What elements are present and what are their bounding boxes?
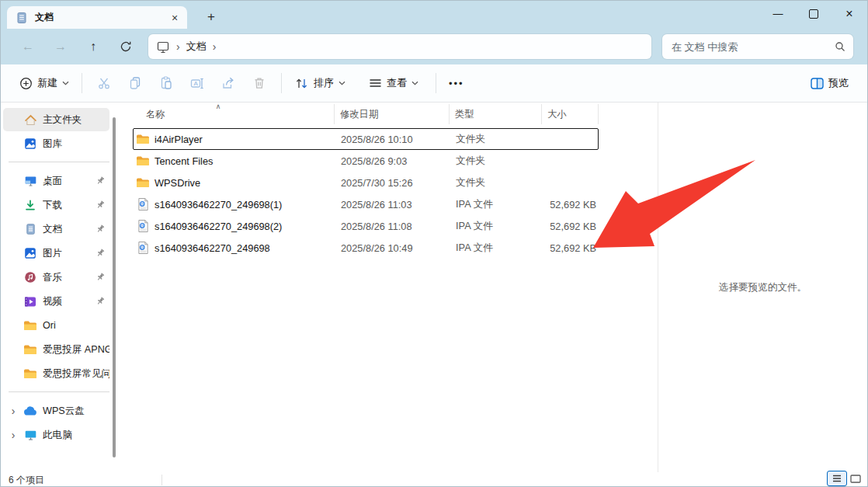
toolbar-divider (436, 73, 436, 93)
trash-icon (252, 75, 267, 91)
sidebar-item-pictures[interactable]: 图片 (3, 242, 109, 265)
maximize-button[interactable] (796, 1, 832, 26)
sidebar-item-videos[interactable]: 视频 (3, 290, 109, 313)
column-header-name[interactable]: 名称 (133, 104, 335, 124)
folder-icon (23, 367, 37, 381)
paste-icon (158, 75, 174, 91)
sidebar-item-aisi-apng[interactable]: 爱思投屏 APNG (3, 338, 109, 361)
new-button[interactable]: 新建 (13, 70, 75, 96)
folder-icon (136, 132, 150, 146)
copy-icon (127, 75, 143, 91)
sidebar-item-label: 图库 (43, 137, 109, 151)
refresh-button[interactable] (109, 35, 142, 58)
ipa-file-icon: @ (136, 241, 150, 255)
rename-button[interactable]: A (182, 70, 213, 96)
file-row[interactable]: @s1640936462270_2496982025/8/26 10:49IPA… (133, 237, 599, 259)
sidebar-item-this-pc[interactable]: ›此电脑 (3, 423, 109, 447)
copy-button[interactable] (120, 70, 151, 96)
minimize-icon: — (773, 8, 783, 19)
view-button[interactable]: 查看 (363, 70, 425, 96)
sidebar-item-wps-cloud[interactable]: ›WPS云盘 (3, 399, 109, 423)
details-view-button[interactable] (827, 471, 847, 486)
sidebar-item-label: WPS云盘 (43, 405, 109, 418)
cut-button[interactable] (89, 70, 120, 96)
search-box[interactable] (662, 34, 853, 59)
expand-chevron-icon[interactable]: › (3, 429, 23, 441)
file-row[interactable]: @s1640936462270_249698(1)2025/8/26 11:03… (133, 193, 599, 215)
delete-button[interactable] (244, 70, 275, 96)
sidebar-item-desktop[interactable]: 桌面 (3, 169, 109, 193)
maximize-icon (809, 9, 818, 19)
status-divider (161, 475, 162, 485)
file-date: 2025/8/26 10:49 (335, 242, 450, 254)
file-name: i4AirPlayer (155, 134, 203, 145)
column-header-date[interactable]: 修改日期 (335, 104, 450, 124)
toolbar-divider (82, 73, 82, 93)
close-button[interactable]: × (832, 1, 867, 26)
file-type: 文件夹 (450, 155, 543, 168)
preview-toggle-button[interactable]: 预览 (804, 70, 855, 96)
sidebar-item-label: 主文件夹 (43, 113, 109, 127)
chevron-down-icon (339, 81, 345, 85)
cloud-icon (23, 404, 37, 418)
search-input[interactable] (670, 40, 835, 54)
up-button[interactable]: ↑ (77, 35, 109, 58)
file-list: ∧ 名称 修改日期 类型 大小 i4AirPlayer2025/8/26 10:… (117, 103, 658, 472)
sidebar-item-label: 文档 (43, 223, 95, 236)
column-header-type[interactable]: 类型 (450, 104, 542, 124)
folder-icon (136, 154, 150, 168)
back-button[interactable]: ← (12, 35, 44, 58)
forward-button[interactable]: → (44, 35, 77, 58)
share-icon (220, 75, 236, 91)
sidebar-item-gallery[interactable]: 图库 (3, 132, 109, 155)
file-row[interactable]: Tencent Files2025/8/26 9:03文件夹 (133, 150, 599, 172)
sidebar-scrollbar[interactable] (113, 117, 116, 457)
column-header-size[interactable]: 大小 (542, 104, 599, 124)
sidebar-item-downloads[interactable]: 下载 (3, 193, 109, 217)
address-bar[interactable]: › 文档 › (148, 34, 651, 59)
main-area: 主文件夹图库 桌面下载文档图片音乐视频Ori爱思投屏 APNG爱思投屏常见问 ›… (1, 103, 867, 472)
sidebar-item-aisi-faq[interactable]: 爱思投屏常见问 (3, 362, 109, 385)
sidebar-item-home[interactable]: 主文件夹 (3, 108, 109, 131)
status-bar: 6 个项目 (1, 472, 867, 487)
chevron-down-icon (411, 81, 418, 85)
pictures-icon (23, 246, 37, 260)
file-size: 52,692 KB (543, 199, 599, 210)
more-options-button[interactable]: ••• (443, 70, 470, 96)
sidebar-item-label: 音乐 (43, 271, 95, 284)
file-explorer-window: 文档 × + — × ← → ↑ › 文档 › 新建 (0, 0, 868, 487)
documents-icon (23, 222, 37, 236)
pin-icon (95, 224, 106, 235)
expand-chevron-icon[interactable]: › (3, 405, 23, 417)
new-tab-button[interactable]: + (201, 8, 221, 26)
large-icons-view-button[interactable] (847, 471, 864, 486)
sort-button[interactable]: 排序 (288, 70, 352, 96)
file-date: 2025/8/26 10:10 (335, 134, 450, 145)
back-icon: ← (22, 40, 34, 54)
tab-close-icon[interactable]: × (167, 10, 182, 26)
sidebar-item-music[interactable]: 音乐 (3, 266, 109, 289)
tab-documents[interactable]: 文档 × (7, 6, 187, 29)
breadcrumb-documents[interactable]: 文档 (186, 40, 207, 54)
file-size: 52,692 KB (543, 242, 599, 254)
large-icons-view-icon (850, 475, 861, 483)
navigation-sidebar: 主文件夹图库 桌面下载文档图片音乐视频Ori爱思投屏 APNG爱思投屏常见问 ›… (1, 103, 117, 472)
address-bar-row: ← → ↑ › 文档 › (1, 29, 867, 64)
details-view-icon (832, 475, 842, 482)
file-row[interactable]: WPSDrive2025/7/30 15:26文件夹 (133, 172, 599, 193)
sidebar-item-documents[interactable]: 文档 (3, 217, 109, 241)
pin-icon (95, 176, 106, 186)
minimize-button[interactable]: — (760, 1, 796, 26)
file-row[interactable]: @s1640936462270_249698(2)2025/8/26 11:08… (133, 215, 599, 237)
chevron-down-icon (62, 81, 69, 85)
preview-toggle-label: 预览 (828, 76, 849, 90)
paste-button[interactable] (151, 70, 182, 96)
file-type: IPA 文件 (450, 198, 543, 211)
share-button[interactable] (213, 70, 244, 96)
file-row[interactable]: i4AirPlayer2025/8/26 10:10文件夹 (133, 128, 599, 150)
preview-empty-text: 选择要预览的文件。 (658, 281, 867, 294)
sidebar-item-ori[interactable]: Ori (3, 314, 109, 337)
pin-icon (95, 272, 106, 283)
cut-icon (96, 75, 112, 91)
sidebar-item-label: 图片 (43, 247, 95, 260)
